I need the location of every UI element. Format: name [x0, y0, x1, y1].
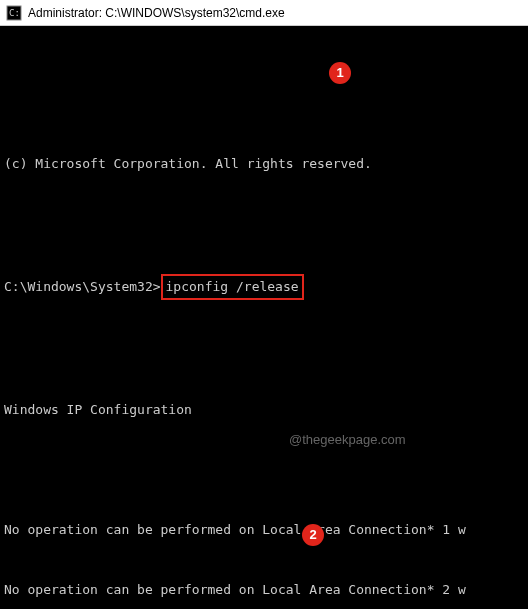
window-titlebar: C: Administrator: C:\WINDOWS\system32\cm… [0, 0, 528, 26]
prompt-line-1: C:\Windows\System32>ipconfig /release [0, 274, 528, 300]
annotation-badge-1: 1 [329, 62, 351, 84]
command-highlight-1: ipconfig /release [161, 274, 304, 300]
terminal-output[interactable]: 1 2 @thegeekpage.com (c) Microsoft Corpo… [0, 26, 528, 609]
cmd-icon: C: [6, 5, 22, 21]
watermark: @thegeekpage.com [289, 430, 406, 450]
window-title: Administrator: C:\WINDOWS\system32\cmd.e… [28, 6, 285, 20]
copyright-line: (c) Microsoft Corporation. All rights re… [0, 154, 528, 174]
noop-line-2: No operation can be performed on Local A… [0, 580, 528, 600]
noop-line-1: No operation can be performed on Local A… [0, 520, 528, 540]
ip-config-heading-1: Windows IP Configuration [0, 400, 528, 420]
annotation-badge-2: 2 [302, 524, 324, 546]
svg-text:C:: C: [9, 8, 20, 18]
